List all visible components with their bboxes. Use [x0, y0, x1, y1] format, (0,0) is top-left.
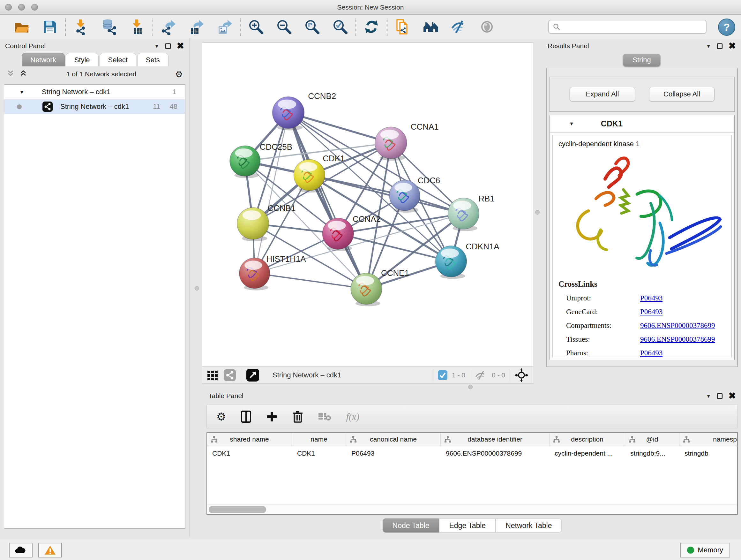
zoom-out-button[interactable] — [270, 16, 298, 38]
float-panel-icon[interactable] — [717, 393, 723, 399]
tab-edge-table[interactable]: Edge Table — [439, 518, 495, 533]
network-edge[interactable] — [255, 113, 288, 273]
zoom-selected-button[interactable] — [326, 16, 354, 38]
collapse-all-button[interactable]: Collapse All — [649, 87, 715, 102]
search-icon — [553, 23, 560, 30]
expand-all-button[interactable]: Expand All — [569, 87, 635, 102]
hidden-node-edge-count: 0 - 0 — [492, 371, 505, 379]
crosshair-icon[interactable] — [515, 368, 529, 382]
tab-network[interactable]: Network — [22, 53, 65, 66]
selected-node-edge-count: 1 - 0 — [452, 371, 465, 379]
cloud-button[interactable] — [9, 543, 32, 557]
column-header-name[interactable]: name — [292, 433, 346, 446]
memory-button[interactable]: Memory — [680, 543, 730, 557]
hierarchy-icon — [210, 435, 218, 443]
close-panel-icon[interactable]: ✖ — [729, 393, 736, 399]
search-input[interactable] — [563, 23, 702, 30]
pharos-link[interactable]: P06493 — [640, 349, 663, 357]
crosslinks-title: CrossLinks — [558, 280, 726, 289]
node-count: 11 — [153, 103, 160, 111]
hidden-eye-icon[interactable] — [475, 370, 487, 381]
horizontal-scrollbar — [207, 504, 737, 514]
float-panel-icon[interactable] — [717, 43, 723, 49]
collapse-all-networks-icon[interactable] — [19, 69, 27, 79]
selected-checkbox-icon[interactable] — [438, 370, 448, 380]
share-network-icon[interactable] — [224, 369, 236, 381]
column-header-namespace[interactable]: namespace — [679, 433, 738, 446]
zoom-fit-button[interactable] — [298, 16, 326, 38]
close-panel-icon[interactable]: ✖ — [177, 43, 184, 49]
delete-table-icon[interactable] — [318, 411, 331, 422]
string-network-graph[interactable]: CCNB2CCNA1CDC25BCDK1CDC6RB1CCNB1CCNA2CDK… — [202, 43, 533, 366]
panel-menu-icon[interactable]: ▼ — [706, 44, 711, 49]
help-button[interactable]: ? — [718, 18, 735, 36]
protein-structure-image — [558, 150, 731, 278]
minimize-window-button[interactable] — [18, 4, 25, 10]
import-database-button[interactable] — [95, 16, 123, 38]
hide-graphics-button[interactable] — [445, 16, 473, 38]
zoom-in-button[interactable] — [242, 16, 270, 38]
splitter-handle[interactable] — [195, 286, 199, 291]
export-image-button[interactable] — [211, 16, 239, 38]
gene-section-header[interactable]: ▼ CDK1 — [550, 115, 734, 132]
column-header-id[interactable]: @id — [625, 433, 679, 446]
import-table-button[interactable] — [123, 16, 151, 38]
birdseye-view-icon[interactable] — [246, 369, 259, 381]
float-panel-icon[interactable] — [165, 43, 171, 49]
zoom-window-button[interactable] — [31, 4, 38, 10]
create-column-icon[interactable] — [266, 411, 278, 422]
network-collection-row[interactable]: ▼ String Network – cdk1 1 — [4, 84, 185, 99]
network-canvas[interactable]: CCNB2CCNA1CDC25BCDK1CDC6RB1CCNB1CCNA2CDK… — [202, 43, 533, 367]
table-settings-gear-icon[interactable]: ⚙ — [216, 410, 226, 423]
close-window-button[interactable] — [5, 4, 12, 10]
tab-sets[interactable]: Sets — [137, 53, 169, 66]
delete-column-icon[interactable] — [292, 410, 303, 423]
import-network-button[interactable] — [67, 16, 95, 38]
tab-network-table[interactable]: Network Table — [495, 518, 562, 533]
tab-style[interactable]: Style — [66, 53, 98, 66]
scrollbar-thumb[interactable] — [209, 506, 266, 513]
column-header-database-identifier[interactable]: database identifier — [441, 433, 549, 446]
function-builder-icon[interactable]: f(x) — [346, 411, 359, 422]
expand-all-networks-icon[interactable] — [6, 69, 15, 79]
houses-icon — [422, 18, 439, 35]
network-row-selected[interactable]: String Network – cdk1 11 48 — [4, 99, 185, 114]
splitter-handle[interactable] — [535, 210, 540, 214]
houses-button[interactable] — [417, 16, 445, 38]
collapse-triangle-icon[interactable]: ▼ — [569, 121, 574, 127]
gear-icon[interactable]: ⚙ — [175, 69, 183, 79]
splitter-handle[interactable] — [468, 385, 473, 389]
tab-node-table[interactable]: Node Table — [383, 518, 440, 533]
compartments-link[interactable]: 9606.ENSP00000378699 — [640, 321, 715, 330]
table-row[interactable]: CDK1 CDK1 P06493 9606.ENSP00000378699 cy… — [207, 446, 738, 460]
column-header-description[interactable]: description — [549, 433, 625, 446]
show-columns-icon[interactable] — [241, 410, 252, 423]
tissues-link[interactable]: 9606.ENSP00000378699 — [640, 335, 715, 344]
column-header-canonical-name[interactable]: canonical name — [346, 433, 441, 446]
network-edge[interactable] — [309, 175, 463, 213]
network-collection-count: 1 — [172, 88, 176, 96]
panel-menu-icon[interactable]: ▼ — [706, 393, 711, 399]
show-graphics-button[interactable] — [473, 16, 501, 38]
open-session-button[interactable] — [8, 16, 36, 38]
refresh-layout-button[interactable] — [357, 16, 386, 38]
network-edge[interactable] — [255, 273, 366, 289]
column-header-shared-name[interactable]: shared name — [207, 433, 292, 446]
grid-view-icon[interactable] — [206, 369, 219, 381]
duplicate-network-button[interactable] — [389, 16, 417, 38]
save-session-button[interactable] — [36, 16, 64, 38]
genecard-link[interactable]: P06493 — [640, 308, 663, 316]
application-window: Session: New Session ? Control — [0, 0, 741, 560]
import-table-icon — [129, 18, 145, 35]
uniprot-link[interactable]: P06493 — [640, 294, 663, 302]
expander-triangle-icon[interactable]: ▼ — [19, 89, 24, 95]
panel-menu-icon[interactable]: ▼ — [154, 44, 159, 49]
tab-string[interactable]: String — [623, 54, 660, 66]
hierarchy-icon — [444, 435, 452, 443]
tab-select[interactable]: Select — [99, 53, 136, 66]
export-network-button[interactable] — [154, 16, 183, 38]
export-table-button[interactable] — [183, 16, 211, 38]
node-label-CDC6: CDC6 — [418, 176, 441, 185]
warnings-button[interactable] — [38, 543, 62, 557]
close-panel-icon[interactable]: ✖ — [729, 43, 736, 49]
